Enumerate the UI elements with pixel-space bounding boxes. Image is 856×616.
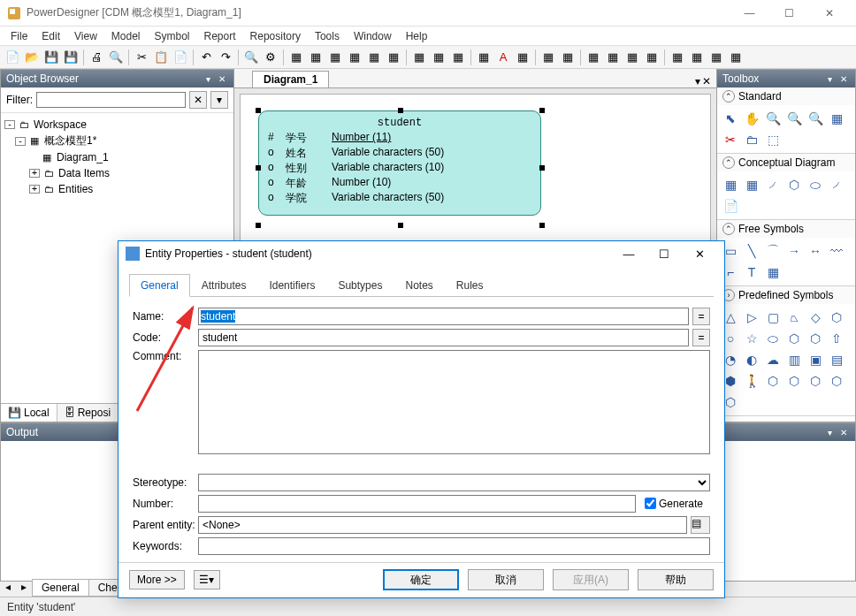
hexagon-icon[interactable]: ⬡ <box>827 308 846 327</box>
tree-diagram[interactable]: ▦ Diagram_1 <box>4 149 230 165</box>
tb-icon[interactable]: ▦ <box>326 49 344 66</box>
zoom-out-icon[interactable]: 🔍 <box>784 109 804 128</box>
font-icon[interactable]: A <box>494 49 512 66</box>
cut-icon[interactable]: ✂ <box>721 130 740 149</box>
triangle-right-icon[interactable]: ▷ <box>742 308 761 327</box>
tab-subtypes[interactable]: Subtypes <box>326 274 394 297</box>
comment-textarea[interactable] <box>198 350 710 454</box>
code-sync-button[interactable]: = <box>692 329 710 346</box>
trapezoid-icon[interactable]: ⏢ <box>784 308 804 327</box>
menu-help[interactable]: Help <box>399 28 435 44</box>
keywords-input[interactable] <box>198 537 710 555</box>
resize-handle[interactable] <box>539 165 545 171</box>
collapse-icon[interactable]: - <box>4 120 15 129</box>
line-icon[interactable]: ╲ <box>742 241 761 261</box>
shield-icon[interactable]: ⬡ <box>806 329 825 348</box>
entity-student[interactable]: student #学号Number (11) o姓名Variable chara… <box>258 110 541 216</box>
tool-icon[interactable]: ⬚ <box>763 130 783 149</box>
generate-checkbox[interactable]: Generate <box>645 498 710 510</box>
menu-tools[interactable]: Tools <box>308 28 347 44</box>
person-icon[interactable]: 🚶 <box>742 371 761 391</box>
tab-menu-icon[interactable]: ▾ <box>695 75 700 87</box>
tool-icon[interactable]: ▦ <box>763 262 783 282</box>
relation-icon[interactable]: ⟋ <box>763 175 783 194</box>
form-icon[interactable]: ▤ <box>827 350 846 369</box>
tb-icon[interactable]: ▦ <box>307 49 325 66</box>
parent-browse-button[interactable]: ▤ <box>691 516 710 534</box>
diamond-icon[interactable]: ◇ <box>806 308 825 327</box>
tb-icon[interactable]: ▦ <box>559 49 577 66</box>
jagged-icon[interactable]: 〰 <box>827 241 846 261</box>
shape-icon[interactable]: ⬡ <box>827 371 846 391</box>
assoc-icon[interactable]: ⬭ <box>806 175 825 194</box>
arc-icon[interactable]: ⌒ <box>763 241 783 261</box>
paste-icon[interactable]: 📄 <box>172 49 189 66</box>
table-icon[interactable]: ▦ <box>742 175 761 194</box>
resize-handle[interactable] <box>256 223 261 228</box>
tb-icon[interactable]: ▦ <box>475 49 493 66</box>
resize-handle[interactable] <box>539 108 545 113</box>
cut-icon[interactable]: ✂ <box>133 49 150 66</box>
tab-nav-left-icon[interactable]: ◂ <box>0 579 16 597</box>
close-icon[interactable]: ✕ <box>216 72 228 85</box>
zoom-in-icon[interactable]: 🔍 <box>763 109 783 128</box>
tab-rules[interactable]: Rules <box>445 274 495 297</box>
shape-icon[interactable]: ⬡ <box>763 371 783 391</box>
folder-icon[interactable]: 🗀 <box>742 130 761 149</box>
tb-icon[interactable]: ▦ <box>707 49 725 66</box>
half-icon[interactable]: ◐ <box>742 350 761 369</box>
tree-dataitems[interactable]: + 🗀 Data Items <box>4 165 230 181</box>
resize-handle[interactable] <box>398 223 403 228</box>
resize-handle[interactable] <box>256 108 261 113</box>
tb-icon[interactable]: ▦ <box>727 49 745 66</box>
tab-nav-right-icon[interactable]: ▸ <box>16 579 32 597</box>
tb-icon[interactable]: ▦ <box>514 49 531 66</box>
help-button[interactable]: 帮助 <box>638 569 714 590</box>
menu-report[interactable]: Report <box>197 28 243 44</box>
diagram-tab[interactable]: Diagram_1 <box>252 71 329 87</box>
name-input[interactable]: student <box>198 308 689 325</box>
minimize-button[interactable]: — <box>730 0 769 27</box>
tb-icon[interactable]: ▦ <box>585 49 602 66</box>
find-icon[interactable]: 🔍 <box>242 49 260 66</box>
tb-icon[interactable]: ▦ <box>287 49 305 66</box>
ok-button[interactable]: 确定 <box>383 569 459 590</box>
name-sync-button[interactable]: = <box>692 308 710 325</box>
dialog-maximize-button[interactable]: ☐ <box>646 241 682 266</box>
tab-notes[interactable]: Notes <box>394 274 444 297</box>
docs-icon[interactable]: ▥ <box>784 350 804 369</box>
tree-workspace[interactable]: - 🗀 Workspace <box>4 117 230 133</box>
code-input[interactable] <box>198 329 689 346</box>
prop-icon[interactable]: ⚙ <box>262 49 279 66</box>
tb-icon[interactable]: ▦ <box>410 49 428 66</box>
tab-local[interactable]: 💾Local <box>1 404 57 422</box>
save-icon[interactable]: 💾 <box>42 49 60 66</box>
tb-icon[interactable]: ▦ <box>346 49 363 66</box>
tab-close-icon[interactable]: ✕ <box>702 75 711 87</box>
tree-model[interactable]: - ▦ 概念模型1* <box>4 133 230 149</box>
tb-icon[interactable]: ▦ <box>539 49 557 66</box>
tb-icon[interactable]: ▦ <box>688 49 706 66</box>
menu-edit[interactable]: Edit <box>34 28 67 44</box>
close-button[interactable]: ✕ <box>809 0 849 27</box>
resize-handle[interactable] <box>256 165 261 171</box>
open-icon[interactable]: 📂 <box>23 49 41 66</box>
saveall-icon[interactable]: 💾 <box>62 49 80 66</box>
shape-icon[interactable]: ⬡ <box>784 329 804 348</box>
tree-entities[interactable]: + 🗀 Entities <box>4 181 230 197</box>
parent-input[interactable] <box>198 516 687 534</box>
menu-model[interactable]: Model <box>104 28 148 44</box>
resize-handle[interactable] <box>398 108 403 113</box>
dialog-minimize-button[interactable]: — <box>611 241 646 266</box>
link-icon[interactable]: ⟋ <box>827 175 846 194</box>
copy-icon[interactable]: 📋 <box>152 49 170 66</box>
filter-input[interactable] <box>36 92 186 108</box>
close-icon[interactable]: ✕ <box>837 426 850 438</box>
menu-window[interactable]: Window <box>347 28 399 44</box>
tab-repository[interactable]: 🗄Reposi <box>57 404 118 422</box>
arrow-up-icon[interactable]: ⇧ <box>827 329 846 348</box>
tb-icon[interactable]: ▦ <box>449 49 467 66</box>
print-icon[interactable]: 🖨 <box>88 49 105 66</box>
tab-general[interactable]: General <box>129 274 190 297</box>
maximize-button[interactable]: ☐ <box>769 0 809 27</box>
